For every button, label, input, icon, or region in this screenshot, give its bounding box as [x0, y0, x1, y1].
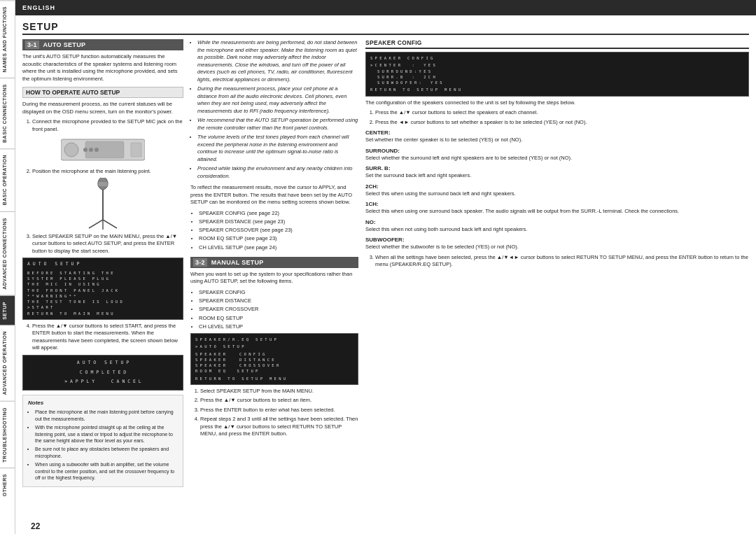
- language-label: ENGLISH: [22, 4, 55, 11]
- term-2ch-text: Select this when using the surround back…: [365, 190, 749, 198]
- note-1: Place the microphone at the main listeni…: [35, 409, 178, 423]
- term-surrb-label: SURR. B:: [365, 165, 749, 171]
- auto-setup-screen-1: A U T O S E T U P B E F O R E S T A R T …: [22, 258, 183, 320]
- sc-line-6: R E T U R N T O S E T U P M E N U: [370, 87, 744, 92]
- config-step-2: Press the ◄► cursor buttons to set wheth…: [375, 119, 749, 127]
- italic-note-3: We recommend that the AUTO SETUP operati…: [197, 117, 358, 132]
- sidebar-tab-basic-connections[interactable]: BASIC CONNECTIONS: [0, 78, 15, 148]
- device-image-container: [22, 136, 183, 165]
- reflect-text: To reflect the measurement results, move…: [190, 184, 358, 206]
- manual-item-4: ROOM EQ SETUP: [199, 314, 358, 322]
- svg-line-7: [89, 220, 103, 228]
- italic-note-5: Proceed while taking the environment and…: [197, 165, 358, 180]
- ms-line-1: S P E A K E R / R . E Q S E T U P: [195, 337, 354, 342]
- manual-step-1: Select SPEAKER SETUP from the MAIN MENU.: [200, 388, 358, 395]
- terms-list: CENTER: Set whether the center speaker i…: [365, 129, 749, 251]
- svg-point-1: [64, 143, 78, 157]
- italic-note-2: During the measurement process, place yo…: [197, 85, 358, 115]
- sidebar-tab-basic-operation[interactable]: BASIC OPERATION: [0, 148, 15, 211]
- config-steps: Press the ▲/▼ cursor buttons to select t…: [365, 109, 749, 126]
- how-to-title: HOW TO OPERATE AUTO SETUP: [22, 87, 183, 98]
- term-center-label: CENTER:: [365, 129, 749, 136]
- sc-line-5: S U B W O O F E R : Y E S: [370, 80, 744, 85]
- notes-list: Place the microphone at the main listeni…: [28, 409, 178, 482]
- step-2: Position the microphone at the main list…: [32, 168, 183, 176]
- italic-notes: While the measurements are being perform…: [190, 39, 358, 180]
- section-32-intro: When you want to set up the system to yo…: [190, 271, 358, 286]
- sidebar-tab-others[interactable]: OTHERS: [0, 468, 15, 502]
- page-title: SETUP: [22, 21, 749, 35]
- screen1-line-6: T H E F R O N T P A N E L J A C K: [27, 288, 178, 293]
- device-svg: [61, 136, 145, 164]
- term-1ch-text: Select this when using one surround back…: [365, 208, 749, 216]
- col-left: 3-1 AUTO SETUP The unit's AUTO SETUP fun…: [22, 39, 183, 530]
- manual-item-3: SPEAKER CROSSOVER: [199, 305, 358, 313]
- manual-item-2: SPEAKER DISTANCE: [199, 297, 358, 304]
- manual-steps: Select SPEAKER SETUP from the MAIN MENU.…: [190, 388, 358, 438]
- sidebar-tab-setup[interactable]: SETUP: [0, 295, 15, 325]
- topbar: ENGLISH: [15, 0, 756, 15]
- sc-line-3: S U R R O U N D : Y E S: [370, 69, 744, 74]
- steps-list-3: Select SPEAKER SETUP on the MAIN MENU, p…: [22, 233, 183, 255]
- manual-item-1: SPEAKER CONFIG: [199, 288, 358, 296]
- screen1-line-5: T H E M I C I N U S I N G: [27, 281, 178, 287]
- col-right: SPEAKER CONFIG S P E A K E R C O N F I G…: [365, 39, 749, 530]
- page-number: 22: [31, 521, 40, 531]
- manual-setup-screen: S P E A K E R / R . E Q S E T U P > A U …: [190, 333, 358, 385]
- sidebar-tab-advanced-connections[interactable]: ADVANCED CONNECTIONS: [0, 211, 15, 295]
- screen2-line-3: C O M P L E T E D: [27, 370, 178, 377]
- sc-line-2: > C E N T E R : Y E S: [370, 62, 744, 68]
- svg-rect-6: [131, 143, 141, 157]
- ms-line-3: S P E A K E R C O N F I G: [195, 351, 354, 357]
- term-1ch-label: 1CH:: [365, 201, 749, 207]
- svg-line-9: [103, 220, 117, 228]
- svg-point-4: [89, 148, 93, 152]
- speaker-config-screen: S P E A K E R C O N F I G > C E N T E R …: [365, 52, 749, 97]
- steps-list-4: Press the ▲/▼ cursor buttons to select S…: [22, 323, 183, 352]
- notes-title: Notes: [28, 399, 178, 407]
- term-no-text: Select this when not using both surround…: [365, 226, 749, 234]
- term-no-label: NO:: [365, 219, 749, 225]
- section-31-number: 3-1: [25, 41, 39, 49]
- mic-stand-svg: [82, 178, 124, 230]
- sidebar-tab-names-functions[interactable]: NAMES AND FUNCTIONS: [0, 0, 15, 78]
- mic-stand-image: [22, 178, 183, 232]
- screen1-line-7: * * W A R N I N G * *: [27, 293, 178, 299]
- result-3: SPEAKER CROSSOVER (see page 23): [199, 226, 358, 234]
- speaker-config-header: SPEAKER CONFIG: [365, 39, 749, 49]
- col-mid: While the measurements are being perform…: [190, 39, 358, 530]
- notes-box: Notes Place the microphone at the main l…: [22, 395, 183, 487]
- term-surround-text: Select whether the surround left and rig…: [365, 155, 749, 162]
- section-32-title: MANUAL SETUP: [211, 259, 264, 266]
- screen1-line-4: S Y S T E M P L E A S E P L U G: [27, 276, 178, 281]
- term-subwoofer-text: Select whether the subwoofer is to be se…: [365, 244, 749, 251]
- main-content: SETUP 3-1 AUTO SETUP The unit's AUTO SET…: [15, 15, 756, 534]
- manual-step-4: Repeat steps 2 and 3 until all the setti…: [200, 416, 358, 438]
- result-5: CH LEVEL SETUP (see page 24): [199, 244, 358, 251]
- sidebar-tab-troubleshooting[interactable]: TROUBLESHOOTING: [0, 401, 15, 468]
- columns-layout: 3-1 AUTO SETUP The unit's AUTO SETUP fun…: [22, 39, 749, 530]
- screen2-line-1: A U T O S E T U P: [27, 360, 178, 367]
- sidebar-tab-advanced-operation[interactable]: ADVANCED OPERATION: [0, 325, 15, 400]
- italic-note-4: The volume levels of the test tones play…: [197, 134, 358, 163]
- ms-line-5: S P E A K E R C R O S S O V E R: [195, 363, 354, 368]
- final-step: When all the settings have been selected…: [375, 254, 749, 269]
- config-intro: The configuration of the speakers connec…: [365, 99, 749, 107]
- how-to-intro: During the measurement process, as the c…: [22, 101, 183, 115]
- step-4: Press the ▲/▼ cursor buttons to select S…: [32, 323, 183, 352]
- section-32-number: 3-2: [193, 258, 207, 267]
- term-surrb-text: Set the surround back left and right spe…: [365, 172, 749, 180]
- ms-line-4: S P E A K E R D I S T A N C E: [195, 357, 354, 363]
- ms-line-6: R O O M E Q S E T U P: [195, 368, 354, 374]
- screen2-line-5: > A P P L Y C A N C E L: [27, 379, 178, 386]
- svg-point-5: [94, 148, 99, 152]
- manual-step-2: Press the ▲/▼ cursor buttons to select a…: [200, 397, 358, 405]
- result-4: ROOM EQ SETUP (see page 23): [199, 234, 358, 242]
- config-step-1: Press the ▲/▼ cursor buttons to select t…: [375, 109, 749, 117]
- ms-line-7: R E T U R N T O S E T U P M E N U: [195, 376, 354, 381]
- screen1-line-8: T H E T E S T T O N E I S L O U D: [27, 299, 178, 304]
- screen1-line-9: > S T A R T: [27, 304, 178, 310]
- manual-item-5: CH LEVEL SETUP: [199, 323, 358, 330]
- section-31-title: AUTO SETUP: [43, 41, 85, 48]
- sidebar: NAMES AND FUNCTIONS BASIC CONNECTIONS BA…: [0, 0, 15, 534]
